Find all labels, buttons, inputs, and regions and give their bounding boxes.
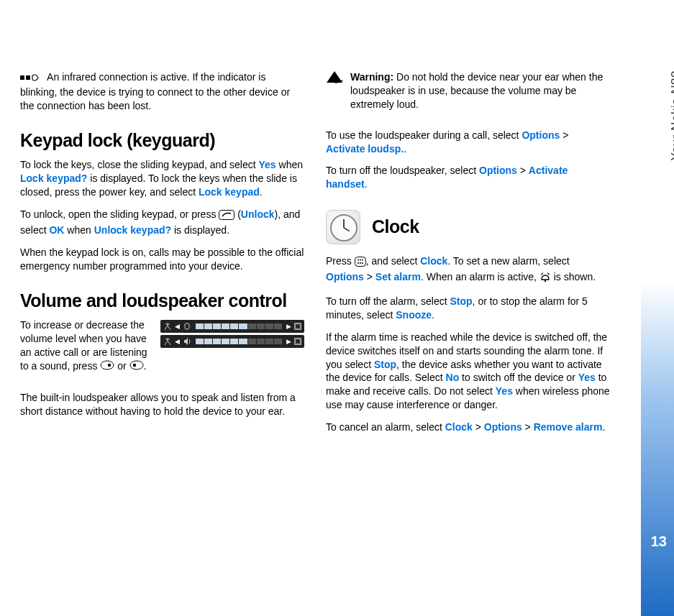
svg-point-11 [358,259,359,261]
ui-yes: Yes [259,159,276,170]
svg-point-17 [545,280,546,282]
ui-set-alarm: Set alarm [375,271,421,282]
volume-segments [196,323,282,329]
manual-page: An infrared connection is active. If the… [0,0,674,616]
ui-stop: Stop [374,359,396,370]
earpiece-icon [183,322,191,331]
ui-ok: OK [49,224,64,236]
ui-lock-keypad-q: Lock keypad? [20,173,87,184]
ui-unlock-keypad-q: Unlock keypad? [94,224,171,236]
ui-options: Options [522,129,560,141]
svg-rect-10 [355,257,365,267]
clock-p1: Press , and select Clock. To set a new a… [326,254,610,286]
right-arrow-icon: ▶ [286,322,291,331]
svg-rect-2 [219,211,234,220]
svg-point-16 [362,262,363,264]
left-arrow-icon: ◀ [175,337,180,346]
ui-lock-keypad: Lock keypad [199,186,260,198]
page-number: 13 [651,532,667,551]
svg-rect-8 [296,324,300,328]
svg-point-4 [108,364,111,367]
loudspeaker-on-p: To use the loudspeaker during a call, se… [326,129,610,156]
loudspeaker-off-p: To turn off the loudspeaker, select Opti… [326,164,610,191]
svg-rect-0 [20,75,24,80]
svg-point-15 [360,262,361,264]
content-columns: An infrared connection is active. If the… [20,70,610,443]
volume-down-key-icon [129,360,144,374]
warning-block: Warning: Do not hold the device near you… [326,70,610,120]
clock-p2: To turn off the alarm, select Stop, or t… [326,295,610,322]
ui-activate-loudsp: Activate loudsp. [326,143,404,155]
svg-point-12 [360,259,361,261]
left-arrow-icon: ◀ [175,322,180,331]
clock-heading: Clock [372,215,419,239]
warning-label: Warning: [350,71,393,83]
chapter-label: Your Nokia N80 [668,70,674,160]
call-key-icon [219,210,234,224]
warning-icon [326,70,343,120]
battery-icon [294,338,301,345]
clock-heading-row: Clock [326,210,610,244]
ui-unlock: Unlock [241,208,275,220]
ui-remove-alarm: Remove alarm [534,421,603,433]
volume-p1: To increase or decrease the volume level… [20,318,150,373]
ui-options: Options [484,421,522,433]
signal-icon [163,337,172,346]
ui-stop: Stop [450,295,473,307]
svg-rect-7 [185,323,189,329]
infrared-text: An infrared connection is active. If the… [20,71,290,111]
keypad-p1: To lock the keys, close the sliding keyp… [20,158,304,199]
sidebar: Your Nokia N80 13 [641,0,674,616]
svg-point-14 [358,262,359,264]
volume-up-key-icon [100,360,114,374]
svg-point-13 [362,259,363,261]
ui-yes: Yes [496,385,513,397]
ui-snooze: Snooze [396,309,432,321]
menu-key-icon [355,257,366,270]
ui-options: Options [326,271,364,282]
volume-block: To increase or decrease the volume level… [20,318,304,382]
svg-point-3 [101,361,114,369]
keypad-p3: When the keypad lock is on, calls may be… [20,246,304,273]
ui-no: No [446,372,460,383]
infrared-paragraph: An infrared connection is active. If the… [20,70,304,113]
battery-icon [294,323,301,330]
keypad-lock-heading: Keypad lock (keyguard) [20,129,304,153]
ui-clock: Clock [445,421,473,433]
ui-clock: Clock [420,255,447,267]
volume-indicator-figure: ◀ ▶ ◀ ▶ [160,320,304,348]
warning-text: Warning: Do not hold the device near you… [350,70,610,111]
volume-segments [196,339,282,344]
signal-icon [163,322,172,331]
sidebar-gradient [641,280,674,616]
svg-point-6 [132,364,135,367]
right-column: Warning: Do not hold the device near you… [326,70,610,443]
right-arrow-icon: ▶ [286,337,291,346]
ui-yes: Yes [578,372,596,383]
clock-p3: If the alarm time is reached while the d… [326,331,610,412]
volume-bar-loudspeaker: ◀ ▶ [160,335,304,348]
keypad-p2: To unlock, open the sliding keypad, or p… [20,208,304,237]
svg-rect-1 [26,75,30,80]
volume-p2: The built-in loudspeaker allows you to s… [20,391,304,418]
left-column: An infrared connection is active. If the… [20,70,304,443]
infrared-icon [20,72,42,86]
svg-rect-9 [296,339,300,344]
clock-p4: To cancel an alarm, select Clock > Optio… [326,420,610,434]
clock-app-icon [326,210,360,244]
loudspeaker-icon [183,337,191,346]
svg-point-5 [130,361,143,369]
volume-bar-earpiece: ◀ ▶ [160,320,304,333]
alarm-active-icon [539,272,551,286]
ui-options: Options [479,165,517,176]
volume-heading: Volume and loudspeaker control [20,289,304,313]
